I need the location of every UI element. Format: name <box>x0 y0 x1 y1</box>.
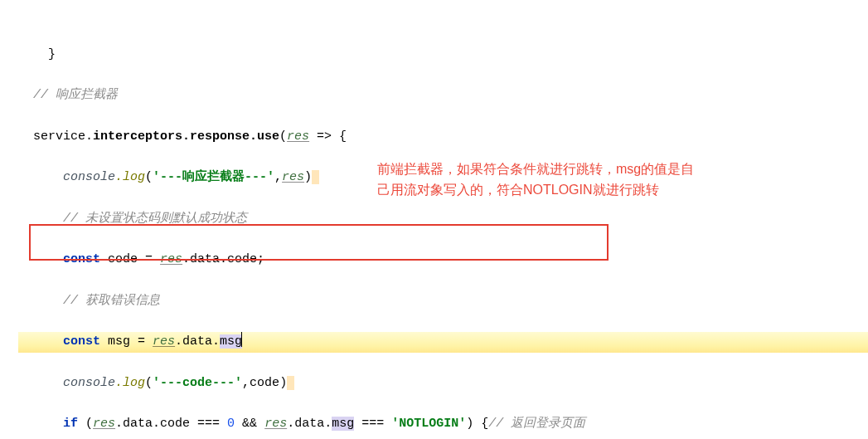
code-block: } // 响应拦截器 service.interceptors.response… <box>0 0 868 439</box>
code-line: // 响应拦截器 <box>18 85 868 106</box>
text-caret <box>241 332 242 347</box>
code-line: console.log('---code---',code) <box>18 373 868 394</box>
code-line: // 未设置状态码则默认成功状态 <box>18 209 868 230</box>
code-line: if (res.data.code === 0 && res.data.msg … <box>18 414 868 435</box>
code-line: } <box>18 45 868 66</box>
annotation-text: 前端拦截器，如果符合条件就进行跳转，msg的值是自 己用流对象写入的，符合NOT… <box>377 159 841 201</box>
code-line: const code = res.data.code; <box>18 250 868 271</box>
code-line: const msg = res.data.msg <box>18 332 868 353</box>
code-line: // 获取错误信息 <box>18 291 868 312</box>
code-line: service.interceptors.response.use(res =>… <box>18 127 868 148</box>
